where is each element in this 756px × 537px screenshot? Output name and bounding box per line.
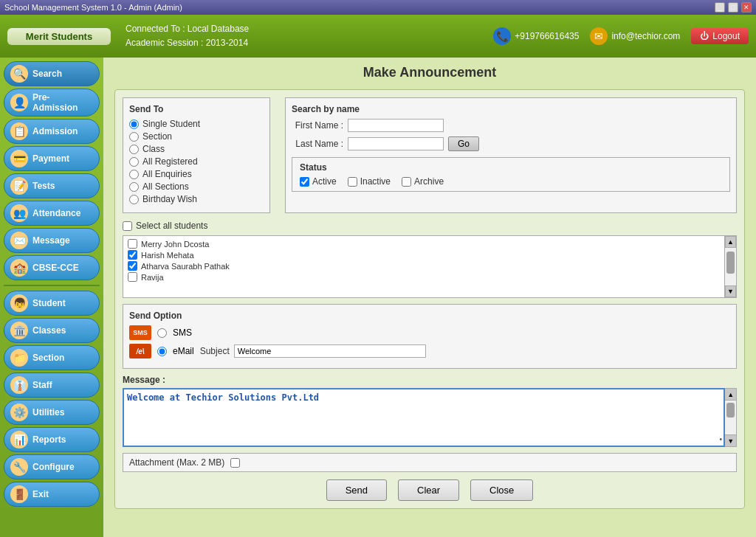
sidebar-label-attendance: Attendance [32,208,80,218]
page-title: Make Announcement [114,65,745,80]
message-textarea[interactable]: Welcome at Techior Solutions Pvt.Ltd [123,388,725,447]
radio-all-registered: All Registered [129,156,264,167]
message-scroll-down[interactable]: ▼ [725,434,736,446]
logout-label: Logout [712,31,740,41]
inactive-checkbox[interactable] [348,177,357,187]
sidebar-item-section[interactable]: 📁 Section [4,345,100,370]
sidebar-item-classes[interactable]: 🏛️ Classes [4,318,100,343]
radio-birthday-wish-input[interactable] [129,195,139,204]
scroll-up-btn[interactable]: ▲ [725,236,736,248]
student-checkbox-1[interactable] [128,250,137,260]
select-all-checkbox[interactable] [123,221,132,231]
sidebar-item-reports[interactable]: 📊 Reports [4,427,100,452]
minimize-button[interactable]: _ [715,2,725,13]
sidebar-label-pre-admission: Pre-Admission [32,92,93,113]
radio-section-input[interactable] [129,132,139,142]
sms-radio[interactable] [157,328,167,338]
admission-icon: 📋 [10,122,28,140]
email-option-row: /e\ eMail Subject [129,344,730,358]
student-checkbox-3[interactable] [128,272,137,282]
send-to-box: Send To Single Student Section Class [123,97,270,213]
active-label: Active [312,176,337,187]
sidebar-label-cbse: CBSE-CCE [32,263,79,273]
status-title: Status [300,162,722,173]
archive-label: Archive [414,176,444,187]
sidebar: 🔍 Search 👤 Pre-Admission 📋 Admission 💳 P… [0,58,103,537]
student-item-2: Atharva Saurabh Pathak [126,260,722,271]
attachment-row: Attachment (Max. 2 MB) [123,453,737,472]
sidebar-label-configure: Configure [32,462,75,472]
send-option-box: Send Option SMS SMS /e\ eMail Subject [123,304,737,369]
status-items: Active Inactive Archive [300,176,722,187]
cbse-icon: 🏫 [10,259,28,277]
status-active: Active [300,176,337,187]
label-single-student: Single Student [142,119,200,129]
sidebar-item-message[interactable]: ✉️ Message [4,228,100,253]
student-item-0: Merry John Dcosta [126,238,722,249]
configure-icon: 🔧 [10,458,28,476]
sidebar-item-staff[interactable]: 👔 Staff [4,373,100,398]
last-name-input[interactable] [348,137,444,150]
sidebar-item-tests[interactable]: 📝 Tests [4,173,100,198]
active-checkbox[interactable] [300,177,309,187]
email-label-icon: /e\ [129,344,151,358]
attendance-icon: 👥 [10,204,28,222]
sidebar-label-tests: Tests [32,181,55,191]
radio-all-enquiries-input[interactable] [129,170,139,179]
radio-single-student-input[interactable] [129,119,139,129]
archive-checkbox[interactable] [402,177,411,187]
select-all-label: Select all students [136,221,207,231]
message-scroll-up[interactable]: ▲ [725,389,736,401]
search-by-name-box: Search by name First Name : Last Name : … [285,97,737,213]
sms-option-row: SMS SMS [129,325,730,340]
phone-number: +919766616435 [515,31,579,41]
message-section: Message : Welcome at Techior Solutions P… [123,375,737,447]
radio-class-input[interactable] [129,145,139,154]
student-checkbox-0[interactable] [128,239,137,249]
attachment-label: Attachment (Max. 2 MB) [129,457,224,468]
subject-input[interactable] [234,344,426,358]
close-button[interactable]: Close [470,479,533,501]
sidebar-item-configure[interactable]: 🔧 Configure [4,454,100,479]
sidebar-item-payment[interactable]: 💳 Payment [4,146,100,171]
sidebar-item-cbse-cce[interactable]: 🏫 CBSE-CCE [4,255,100,280]
attachment-checkbox[interactable] [230,458,240,468]
staff-icon: 👔 [10,376,28,394]
sidebar-item-admission[interactable]: 📋 Admission [4,119,100,144]
clear-button[interactable]: Clear [398,479,459,501]
sidebar-item-pre-admission[interactable]: 👤 Pre-Admission [4,89,100,117]
maximize-button[interactable]: □ [728,2,738,13]
inactive-label: Inactive [360,176,391,187]
radio-all-enquiries: All Enquiries [129,169,264,179]
sidebar-item-student[interactable]: 👦 Student [4,291,100,316]
go-button[interactable]: Go [448,136,479,151]
sidebar-item-attendance[interactable]: 👥 Attendance [4,201,100,226]
sidebar-item-exit[interactable]: 🚪 Exit [4,482,100,507]
radio-all-registered-input[interactable] [129,157,139,167]
scroll-track [725,248,736,285]
session-info: Academic Session : 2013-2014 [126,36,486,50]
logout-button[interactable]: ⏻ Logout [691,28,749,44]
send-to-title: Send To [129,104,264,114]
reports-icon: 📊 [10,431,28,448]
send-button[interactable]: Send [326,479,387,501]
email-option-label: eMail [173,346,194,356]
student-name-1: Harish Mehata [141,251,194,260]
radio-all-sections: All Sections [129,181,264,192]
sidebar-item-utilities[interactable]: ⚙️ Utilities [4,400,100,425]
app-title: School Management System 1.0 - Admin (Ad… [4,3,182,12]
scroll-down-btn[interactable]: ▼ [725,285,736,297]
radio-all-sections-input[interactable] [129,182,139,192]
email-radio[interactable] [157,347,167,356]
student-list-scrollbar[interactable]: ▲ ▼ [724,236,736,297]
student-checkbox-2[interactable] [128,261,137,271]
student-list-box: Merry John Dcosta Harish Mehata Atharva … [123,235,737,298]
email-icon: ✉ [590,27,608,45]
sidebar-divider-1 [4,285,100,286]
sidebar-item-search[interactable]: 🔍 Search [4,61,100,86]
first-name-input[interactable] [348,119,444,132]
scroll-thumb [726,252,735,274]
close-button[interactable]: ✕ [741,2,752,13]
send-option-title: Send Option [129,311,730,321]
search-icon: 🔍 [10,65,28,83]
